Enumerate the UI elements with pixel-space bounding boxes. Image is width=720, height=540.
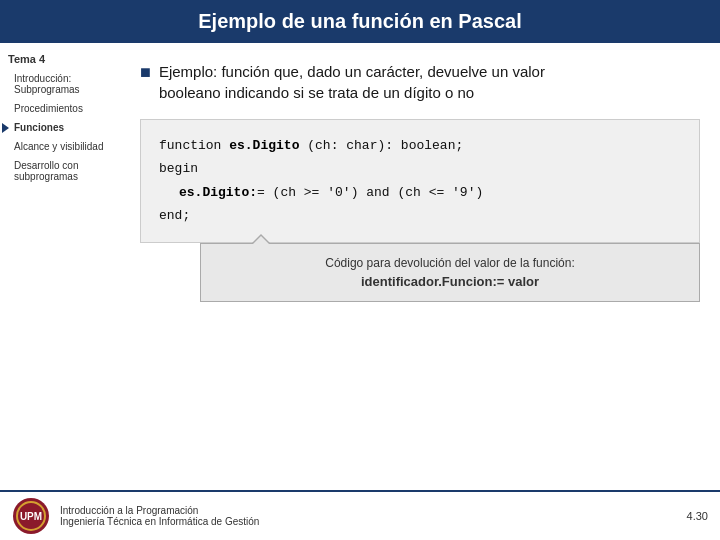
content-description: Ejemplo: función que, dado un carácter, … (159, 61, 545, 103)
bullet-icon: ■ (140, 62, 151, 83)
description-line2: booleano indicando si se trata de un díg… (159, 84, 474, 101)
description-line1: Ejemplo: función que, dado un carácter, … (159, 63, 545, 80)
footer-line2: Ingeniería Técnica en Informática de Ges… (60, 516, 687, 527)
code-line-1: function es.Digito (ch: char): boolean; (159, 134, 681, 157)
page-header: Ejemplo de una función en Pascal (0, 0, 720, 43)
svg-text:UPM: UPM (20, 511, 42, 522)
code-line-2: begin (159, 157, 681, 180)
callout-line1: Código para devolución del valor de la f… (217, 254, 683, 272)
sidebar-item-desarrollo[interactable]: Desarrollo con subprogramas (8, 160, 122, 182)
footer-page-number: 4.30 (687, 510, 708, 522)
callout-line2: identificador.Funcion:= valor (217, 272, 683, 292)
code-line-4: end; (159, 204, 681, 227)
header-title: Ejemplo de una función en Pascal (198, 10, 521, 32)
sidebar: Tema 4 Introducción: Subprogramas Proced… (0, 43, 130, 473)
footer-line1: Introducción a la Programación (60, 505, 687, 516)
sidebar-tema-label: Tema 4 (8, 53, 122, 65)
code-line-3: es.Digito:= (ch >= '0') and (ch <= '9') (159, 181, 681, 204)
footer-text-block: Introducción a la Programación Ingenierí… (60, 505, 687, 527)
main-content: Tema 4 Introducción: Subprogramas Proced… (0, 43, 720, 473)
sidebar-item-procedimientos[interactable]: Procedimientos (8, 103, 122, 114)
sidebar-item-funciones[interactable]: Funciones (8, 122, 122, 133)
code-block: function es.Digito (ch: char): boolean; … (140, 119, 700, 243)
content-title-block: ■ Ejemplo: función que, dado un carácter… (140, 61, 700, 103)
footer: UPM Introducción a la Programación Ingen… (0, 490, 720, 540)
callout-box: Código para devolución del valor de la f… (200, 243, 700, 303)
content-area: ■ Ejemplo: función que, dado un carácter… (130, 43, 720, 473)
sidebar-item-alcance[interactable]: Alcance y visibilidad (8, 141, 122, 152)
sidebar-item-introduccion[interactable]: Introducción: Subprogramas (8, 73, 122, 95)
university-logo: UPM (12, 497, 50, 535)
